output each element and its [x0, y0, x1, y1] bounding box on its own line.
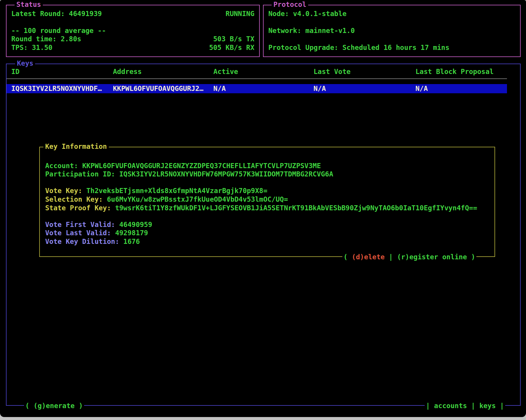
bottom-nav-open: | — [426, 402, 434, 410]
key-actions-close: ) — [467, 253, 475, 261]
header-separator — [7, 78, 507, 79]
status-panel: Status Latest Round: 46491939 RUNNING --… — [6, 5, 260, 57]
column-header-address: Address — [113, 67, 142, 76]
vote-last-valid-label: Vote Last Valid: — [45, 229, 115, 237]
vote-key-dilution-value: 1676 — [123, 238, 140, 245]
vote-key-label: Vote Key: — [45, 187, 86, 195]
key-information-panel: Key Information Account: KKPWL6OFVUFOAVQ… — [39, 147, 495, 257]
vote-last-valid-line: Vote Last Valid: 49298179 — [45, 229, 148, 237]
participation-id-line: Participation ID: IQSK3IYV2LR5NOXNYVHDFW… — [45, 170, 333, 178]
selection-key-line: Selection Key: 6u6MvYKu/w8zwPBsstxJ7fkUu… — [45, 195, 288, 203]
protocol-panel: Protocol Node: v4.0.1-stable Network: ma… — [263, 5, 521, 57]
state-proof-key-line: State Proof Key: t9wsrK6tiT1Y8zfWUkDF1V+… — [45, 204, 477, 212]
tab-keys[interactable]: keys — [479, 402, 496, 410]
vote-key-line: Vote Key: Th2veksbETjsmn+Xlds8xGfmpNtA4V… — [45, 187, 267, 195]
key-actions-open: ( — [344, 253, 352, 261]
row-last-block-proposal-cell: N/A — [415, 84, 428, 93]
row-active-cell: N/A — [213, 84, 226, 93]
status-badge: RUNNING — [226, 10, 254, 18]
bottom-nav-divider: | — [467, 402, 479, 410]
bottom-nav-close: | — [496, 402, 504, 410]
vote-key-dilution-line: Vote Key Dilution: 1676 — [45, 237, 140, 246]
account-label: Account: — [45, 162, 82, 170]
node-version-text: Node: v4.0.1-stable — [268, 10, 347, 18]
round-time-text: Round time: 2.80s — [11, 35, 81, 43]
participation-id-value: IQSK3IYV2LR5NOXNYVHDFW76MPGW757K3WIIDOM7… — [119, 170, 333, 178]
latest-round-text: Latest Round: 46491939 — [11, 10, 102, 18]
row-id-cell: IQSK3IYV2LR5NOXNYVHDF… — [11, 84, 102, 93]
key-actions-divider: | — [385, 253, 397, 261]
keys-panel: Keys ID Address Active Last Vote Last Bl… — [6, 64, 521, 406]
register-online-button[interactable]: (r)egister online — [397, 253, 467, 261]
network-text: Network: mainnet-v1.0 — [268, 26, 355, 35]
participation-id-label: Participation ID: — [45, 170, 119, 178]
column-header-last-vote: Last Vote — [314, 67, 351, 76]
protocol-panel-title: Protocol — [272, 0, 308, 9]
column-header-last-block-proposal: Last Block Proposal — [415, 67, 494, 76]
vote-first-valid-label: Vote First Valid: — [45, 221, 119, 228]
row-last-vote-cell: N/A — [314, 84, 326, 93]
account-value: KKPWL6OFVUFOAVQGGURJ2EGNZYZZDPEQ37CHEFLL… — [82, 162, 321, 170]
round-average-header: -- 100 round average -- — [11, 26, 106, 35]
tps-text: TPS: 31.50 — [11, 43, 52, 52]
key-actions: ( (d)elete | (r)egister online ) — [342, 253, 476, 261]
vote-last-valid-value: 49298179 — [115, 229, 148, 237]
rx-rate-text: 505 KB/s RX — [209, 43, 254, 52]
row-address-cell: KKPWL6OFVUFOAVQGGURJ2… — [113, 84, 204, 93]
terminal-window: Status Latest Round: 46491939 RUNNING --… — [0, 0, 526, 417]
tab-accounts[interactable]: accounts — [434, 402, 467, 410]
protocol-upgrade-text: Protocol Upgrade: Scheduled 16 hours 17 … — [268, 43, 449, 52]
column-header-active: Active — [213, 67, 238, 76]
state-proof-key-label: State Proof Key: — [45, 204, 115, 212]
key-information-title: Key Information — [43, 142, 109, 151]
column-header-id: ID — [11, 67, 20, 76]
state-proof-key-value: t9wsrK6tiT1Y8zfWUkDF1V+LJGFYSEOVB1JiA5SE… — [115, 204, 477, 212]
bottom-nav: | accounts | keys | — [425, 402, 505, 410]
account-line: Account: KKPWL6OFVUFOAVQGGURJ2EGNZYZZDPE… — [45, 162, 321, 170]
table-row[interactable]: IQSK3IYV2LR5NOXNYVHDF… KKPWL6OFVUFOAVQGG… — [7, 84, 507, 93]
status-panel-title: Status — [15, 0, 43, 9]
vote-key-dilution-label: Vote Key Dilution: — [45, 238, 123, 245]
keys-panel-title: Keys — [15, 59, 35, 67]
tx-rate-text: 503 B/s TX — [213, 35, 254, 43]
vote-first-valid-line: Vote First Valid: 46490959 — [45, 220, 152, 229]
generate-button[interactable]: ( (g)enerate ) — [24, 402, 84, 410]
vote-first-valid-value: 46490959 — [119, 221, 152, 228]
selection-key-value: 6u6MvYKu/w8zwPBsstxJ7fkUueOD4VbD4v53lmOC… — [107, 195, 288, 203]
selection-key-label: Selection Key: — [45, 195, 107, 203]
vote-key-value: Th2veksbETjsmn+Xlds8xGfmpNtA4VzarBgjk70p… — [86, 187, 267, 195]
delete-button[interactable]: (d)elete — [352, 253, 385, 261]
